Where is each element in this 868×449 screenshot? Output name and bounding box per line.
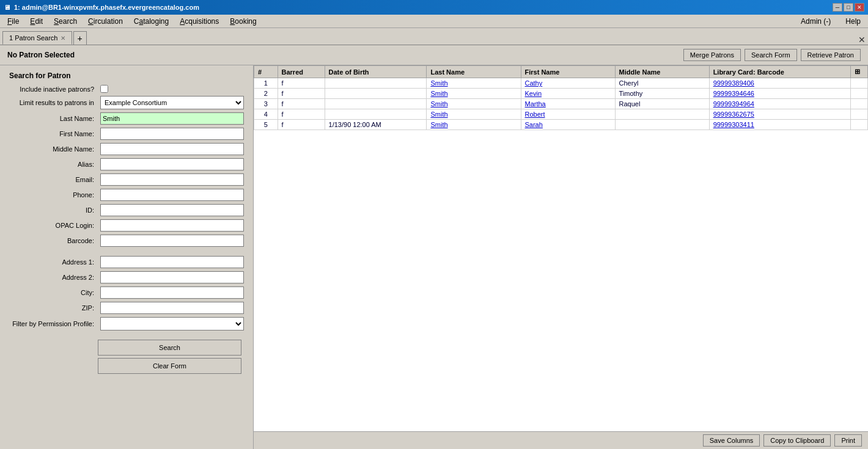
header-bar: No Patron Selected Merge Patrons Search …: [0, 45, 868, 65]
city-label: City:: [9, 289, 98, 296]
cell-firstname: Sarah: [521, 120, 615, 130]
cell-lastname: Smith: [427, 120, 521, 130]
filter-permission-row: Filter by Permission Profile:: [9, 317, 244, 330]
cell-firstname: Martha: [521, 99, 615, 109]
first-name-input[interactable]: [100, 128, 244, 140]
header-buttons: Merge Patrons Search Form Retrieve Patro…: [683, 49, 861, 61]
save-columns-button[interactable]: Save Columns: [703, 434, 760, 447]
cell-midname: Timothy: [615, 89, 709, 99]
filter-permission-label: Filter by Permission Profile:: [9, 320, 98, 327]
menu-circulation[interactable]: Circulation: [83, 16, 128, 27]
col-header-midname[interactable]: Middle Name: [615, 66, 709, 78]
maximize-button[interactable]: □: [844, 3, 853, 12]
minimize-button[interactable]: ─: [833, 3, 842, 12]
cell-barred: f: [278, 78, 325, 89]
cell-lastname: Smith: [427, 78, 521, 89]
results-table-wrapper[interactable]: # Barred Date of Birth Last Name First N…: [254, 65, 868, 431]
search-form-button[interactable]: Search Form: [745, 49, 797, 61]
zip-label: ZIP:: [9, 304, 98, 312]
merge-patrons-button[interactable]: Merge Patrons: [683, 49, 741, 61]
cell-midname: [615, 120, 709, 130]
tab-close-icon[interactable]: ✕: [61, 35, 65, 42]
alias-input[interactable]: [100, 158, 244, 170]
email-label: Email:: [9, 176, 98, 183]
tab-window-close[interactable]: ✕: [858, 35, 866, 45]
zip-input[interactable]: [100, 302, 244, 314]
zip-row: ZIP:: [9, 302, 244, 314]
menu-help[interactable]: Help: [840, 16, 866, 27]
opac-login-input[interactable]: [100, 219, 244, 232]
table-row[interactable]: 4 f Smith Robert 99999362675: [254, 109, 868, 120]
results-panel: # Barred Date of Birth Last Name First N…: [254, 65, 868, 449]
cell-barred: f: [278, 109, 325, 120]
phone-label: Phone:: [9, 191, 98, 199]
tab-add-button[interactable]: +: [73, 31, 87, 45]
id-row: ID:: [9, 204, 244, 216]
clear-form-button[interactable]: Clear Form: [98, 358, 241, 374]
col-header-barcode[interactable]: Library Card: Barcode: [709, 66, 850, 78]
include-inactive-checkbox[interactable]: [100, 85, 108, 93]
menu-edit[interactable]: Edit: [25, 16, 48, 27]
cell-dob: [325, 99, 427, 109]
col-header-dob[interactable]: Date of Birth: [325, 66, 427, 78]
table-row[interactable]: 3 f Smith Martha Raquel 99999394964: [254, 99, 868, 109]
menu-right: Admin (-) Help: [796, 16, 866, 27]
barcode-input[interactable]: [100, 235, 244, 247]
col-header-firstname[interactable]: First Name: [521, 66, 615, 78]
last-name-row: Last Name:: [9, 112, 244, 125]
email-row: Email:: [9, 173, 244, 186]
cell-firstname: Kevin: [521, 89, 615, 99]
phone-input[interactable]: [100, 189, 244, 201]
table-row[interactable]: 1 f Smith Cathy Cheryl 99999389406: [254, 78, 868, 89]
limit-results-label: Limit results to patrons in: [9, 99, 98, 106]
id-input[interactable]: [100, 204, 244, 216]
col-header-lastname[interactable]: Last Name: [427, 66, 521, 78]
include-inactive-row: Include inactive patrons?: [9, 85, 244, 93]
middle-name-input[interactable]: [100, 143, 244, 155]
address2-label: Address 2:: [9, 274, 98, 281]
retrieve-patron-button[interactable]: Retrieve Patron: [801, 49, 861, 61]
menu-booking[interactable]: Booking: [225, 16, 261, 27]
copy-clipboard-button[interactable]: Copy to Clipboard: [763, 434, 831, 447]
last-name-label: Last Name:: [9, 115, 98, 122]
filter-permission-select[interactable]: [100, 317, 244, 330]
search-button[interactable]: Search: [98, 340, 241, 356]
address2-input[interactable]: [100, 271, 244, 283]
cell-expand: [850, 89, 867, 99]
address1-label: Address 1:: [9, 258, 98, 266]
address1-row: Address 1:: [9, 256, 244, 268]
close-button[interactable]: ✕: [855, 3, 864, 12]
cell-dob: [325, 109, 427, 120]
main-content: No Patron Selected Merge Patrons Search …: [0, 45, 868, 449]
city-input[interactable]: [100, 287, 244, 299]
menu-bar: File Edit Search Circulation Cataloging …: [0, 15, 868, 28]
table-row[interactable]: 5 f 1/13/90 12:00 AM Smith Sarah 9999930…: [254, 120, 868, 130]
limit-results-select[interactable]: Example Consortium: [100, 96, 244, 109]
tab-bar: 1 Patron Search ✕ + ✕: [0, 28, 868, 45]
app-icon: 🖥: [4, 4, 10, 11]
email-input[interactable]: [100, 173, 244, 186]
menu-cataloging[interactable]: Cataloging: [129, 16, 174, 27]
col-header-barred[interactable]: Barred: [278, 66, 325, 78]
middle-name-label: Middle Name:: [9, 145, 98, 153]
cell-dob: [325, 78, 427, 89]
search-buttons: Search Clear Form: [9, 340, 244, 374]
col-header-expand[interactable]: ⊞: [850, 66, 867, 78]
barcode-row: Barcode:: [9, 235, 244, 247]
id-label: ID:: [9, 206, 98, 214]
address2-row: Address 2:: [9, 271, 244, 283]
table-header-row: # Barred Date of Birth Last Name First N…: [254, 66, 868, 78]
print-button[interactable]: Print: [834, 434, 862, 447]
menu-search[interactable]: Search: [49, 16, 82, 27]
address1-input[interactable]: [100, 256, 244, 268]
table-row[interactable]: 2 f Smith Kevin Timothy 99999394646: [254, 89, 868, 99]
menu-admin[interactable]: Admin (-): [796, 16, 836, 27]
first-name-label: First Name:: [9, 130, 98, 137]
tab-patron-search[interactable]: 1 Patron Search ✕: [2, 31, 72, 45]
menu-file[interactable]: File: [2, 16, 24, 27]
menu-acquisitions[interactable]: Acquisitions: [175, 16, 224, 27]
cell-num: 2: [254, 89, 278, 99]
first-name-row: First Name:: [9, 128, 244, 140]
cell-dob: [325, 89, 427, 99]
last-name-input[interactable]: [100, 112, 244, 125]
